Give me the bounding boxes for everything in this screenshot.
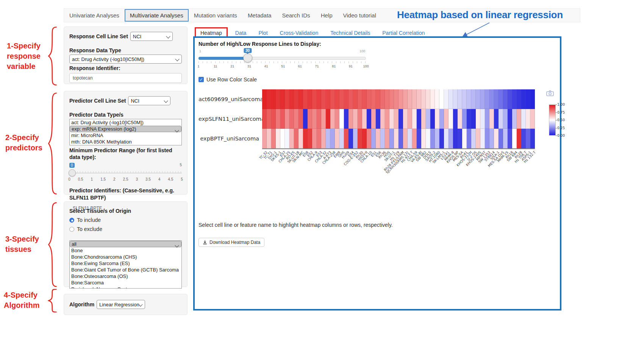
heatmap-cell[interactable] [280,129,285,148]
nav-item[interactable]: Metadata [242,9,277,22]
heatmap-cell[interactable] [262,129,267,148]
heatmap-cell[interactable] [389,129,394,148]
heatmap-cell[interactable] [494,89,499,109]
heatmap-cell[interactable] [294,129,299,148]
heatmap-cell[interactable] [271,109,276,129]
heatmap-cell[interactable] [339,109,344,129]
heatmap-cell[interactable] [476,109,480,129]
heatmap-cell[interactable] [399,129,403,148]
heatmap-cell[interactable] [353,129,358,148]
heatmap-cell[interactable] [467,109,471,129]
heatmap-cell[interactable] [394,89,399,109]
heatmap-cell[interactable] [408,89,412,109]
heatmap-cell[interactable] [421,109,426,129]
download-heatmap-button[interactable]: Download Heatmap Data [199,238,264,247]
list-option[interactable]: Bone:Chondrosarcoma (CHS) [70,254,181,260]
response-data-type-select[interactable]: act: Drug Activity (-log10[IC50M]) [69,55,182,64]
heatmap-cell[interactable] [444,129,449,148]
heatmap-cell[interactable] [508,109,512,129]
list-option[interactable]: all [70,241,181,247]
heatmap-cell[interactable] [321,129,326,148]
heatmap-cell[interactable] [321,109,326,129]
heatmap-cell[interactable] [485,89,489,109]
heatmap-cell[interactable] [308,109,312,129]
list-option[interactable]: Peripheral_Nervous_System [70,286,181,289]
heatmap-cell[interactable] [294,89,299,109]
heatmap-cell[interactable] [289,129,294,148]
heatmap-cell[interactable] [353,109,358,129]
heatmap-cell[interactable] [344,129,349,148]
heatmap-cell[interactable] [367,109,371,129]
heatmap-cell[interactable] [430,129,435,148]
list-option[interactable]: exp: mRNA Expression (log2) [70,126,181,132]
list-option[interactable]: Bone [70,247,181,254]
heatmap-cell[interactable] [389,109,394,129]
heatmap-cell[interactable] [449,129,453,148]
heatmap-cell[interactable] [408,129,412,148]
heatmap-cell[interactable] [453,89,458,109]
heatmap-cell[interactable] [426,129,430,148]
heatmap-cell[interactable] [312,89,317,109]
list-option[interactable]: Bone:Osteosarcoma (OS) [70,273,181,279]
tissue-include-radio[interactable]: To include [69,217,182,223]
heatmap-cell[interactable] [317,109,321,129]
heatmap-cell[interactable] [471,129,476,148]
heatmap-cell[interactable] [494,109,499,129]
nav-item[interactable]: Mutation variants [189,9,242,22]
heatmap-cell[interactable] [326,109,330,129]
heatmap-cell[interactable] [276,89,280,109]
heatmap-cell[interactable] [380,129,385,148]
heatmap-cell[interactable] [512,129,517,148]
heatmap-cell[interactable] [285,109,289,129]
row-color-scale-checkbox[interactable]: ✓ [199,77,204,82]
heatmap-cell[interactable] [403,89,408,109]
nav-item[interactable]: Search IDs [277,9,315,22]
heatmap-cell[interactable] [462,129,467,148]
heatmap-cell[interactable] [412,89,417,109]
heatmap-cell[interactable] [494,129,499,148]
heatmap-cell[interactable] [421,129,426,148]
heatmap-cell[interactable] [503,89,508,109]
list-option[interactable]: act: Drug Activity (-log10[IC50M]) [70,119,181,126]
heatmap-cell[interactable] [385,89,389,109]
heatmap-cell[interactable] [399,109,403,129]
heatmap-cell[interactable] [362,129,367,148]
heatmap-cell[interactable] [349,89,353,109]
heatmap-cell[interactable] [512,89,517,109]
heatmap-cell[interactable] [289,89,294,109]
heatmap-cell[interactable] [521,109,526,129]
list-option[interactable]: mir: MicroRNA [70,132,181,139]
heatmap-cell[interactable] [526,129,530,148]
heatmap-cell[interactable] [353,89,358,109]
heatmap-cell[interactable] [280,109,285,129]
heatmap-cell[interactable] [430,109,435,129]
heatmap-cell[interactable] [289,109,294,129]
heatmap-cell[interactable] [439,89,444,109]
heatmap-cell[interactable] [471,109,476,129]
heatmap-cell[interactable] [394,129,399,148]
heatmap-cell[interactable] [417,129,421,148]
heatmap-cell[interactable] [512,109,517,129]
heatmap-cell[interactable] [371,129,376,148]
heatmap-cell[interactable] [480,129,485,148]
heatmap-cell[interactable] [326,129,330,148]
heatmap-cell[interactable] [435,109,439,129]
nav-item[interactable]: Multivariate Analyses [125,9,189,22]
heatmap-cell[interactable] [349,129,353,148]
heatmap-row-label[interactable]: expBPTF_uniSarcoma [199,136,262,142]
heatmap-cell[interactable] [444,89,449,109]
heatmap-cell[interactable] [467,89,471,109]
list-option[interactable]: Bone:Ewing Sarcoma (ES) [70,260,181,267]
heatmap-row-label[interactable]: act609699_uniSarcoma [199,96,262,102]
heatmap-cell[interactable] [480,89,485,109]
heatmap-cell[interactable] [299,109,303,129]
heatmap-cell[interactable] [371,109,376,129]
heatmap-cell[interactable] [453,109,458,129]
heatmap-cell[interactable] [349,109,353,129]
range-handle[interactable] [69,169,76,176]
heatmap-cell[interactable] [276,109,280,129]
heatmap-cell[interactable] [271,89,276,109]
heatmap-cell[interactable] [439,129,444,148]
heatmap-cell[interactable] [280,89,285,109]
heatmap-cell[interactable] [508,89,512,109]
